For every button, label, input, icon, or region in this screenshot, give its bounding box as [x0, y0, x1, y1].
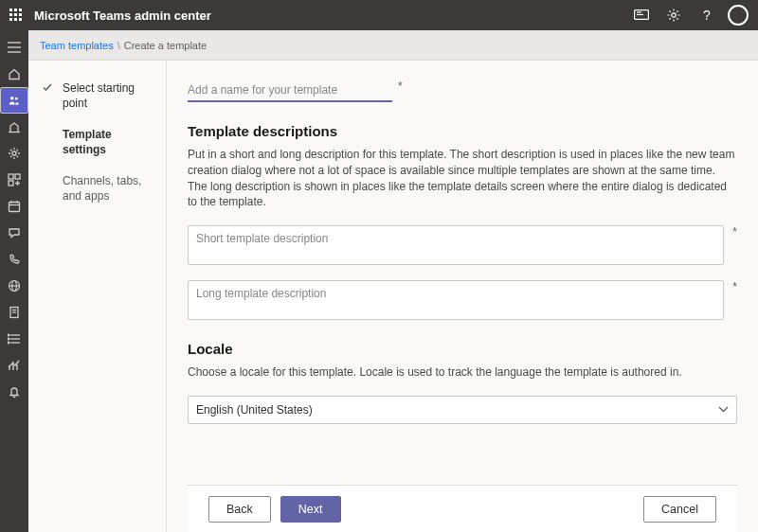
nav-globe-icon[interactable] [0, 273, 28, 299]
locale-help: Choose a locale for this template. Local… [188, 364, 737, 381]
short-description-input[interactable] [188, 225, 724, 265]
avatar[interactable] [728, 5, 749, 26]
nav-list-icon[interactable] [0, 326, 28, 352]
nav-policy-icon[interactable] [0, 299, 28, 326]
breadcrumb: Team templates \ Create a template [28, 30, 758, 61]
svg-rect-1 [14, 9, 17, 11]
descriptions-heading: Template descriptions [188, 123, 737, 139]
nav-analytics-icon[interactable] [0, 352, 28, 379]
back-button[interactable]: Back [208, 496, 271, 523]
svg-point-37 [8, 334, 9, 336]
chevron-down-icon [718, 406, 729, 413]
form-panel: * Template descriptions Put in a short a… [167, 61, 758, 532]
svg-point-20 [12, 151, 16, 155]
locale-heading: Locale [188, 341, 737, 357]
nav-voice-icon[interactable] [0, 246, 28, 273]
svg-rect-21 [9, 174, 13, 179]
required-marker: * [728, 280, 737, 293]
nav-menu-icon[interactable] [0, 34, 28, 61]
nav-apps-icon[interactable] [0, 167, 28, 193]
svg-point-18 [15, 98, 18, 100]
step-channels-tabs-apps[interactable]: Channels, tabs, and apps [42, 174, 153, 204]
svg-point-39 [8, 342, 9, 344]
step-template-settings[interactable]: Template settings [42, 128, 153, 157]
required-marker: * [398, 80, 403, 93]
long-description-input[interactable] [188, 280, 724, 320]
wizard-steps: Select starting point Template settings … [28, 61, 167, 532]
help-icon[interactable]: ? [695, 5, 716, 26]
svg-rect-22 [15, 174, 20, 179]
top-bar: Microsoft Teams admin center ? [0, 0, 758, 30]
svg-rect-6 [9, 18, 12, 21]
svg-rect-8 [19, 18, 22, 21]
svg-rect-4 [14, 13, 17, 16]
nav-locations-icon[interactable] [0, 140, 28, 167]
svg-rect-0 [9, 9, 12, 11]
screen-icon[interactable] [631, 5, 652, 26]
app-launcher-icon[interactable] [6, 5, 27, 26]
nav-messaging-icon[interactable] [0, 220, 28, 246]
svg-point-12 [672, 13, 676, 17]
nav-devices-icon[interactable] [0, 114, 28, 140]
nav-meetings-icon[interactable] [0, 193, 28, 220]
svg-point-17 [10, 97, 14, 100]
svg-point-38 [8, 338, 9, 340]
footer-bar: Back Next Cancel [188, 485, 737, 532]
breadcrumb-current: Create a template [124, 40, 207, 51]
checkmark-icon [42, 81, 55, 93]
step-starting-point[interactable]: Select starting point [42, 81, 153, 111]
svg-text:?: ? [703, 8, 711, 23]
svg-rect-7 [14, 18, 17, 21]
svg-rect-24 [9, 203, 20, 212]
descriptions-help: Put in a short and long description for … [188, 147, 737, 210]
required-marker: * [728, 225, 737, 239]
template-name-input[interactable] [188, 80, 392, 102]
svg-rect-23 [9, 181, 13, 186]
svg-rect-2 [19, 9, 22, 11]
svg-rect-5 [19, 13, 22, 16]
nav-home-icon[interactable] [0, 61, 28, 87]
svg-rect-3 [9, 13, 12, 16]
cancel-button[interactable]: Cancel [643, 496, 716, 523]
nav-teams-icon[interactable] [0, 87, 28, 114]
nav-bell-icon[interactable] [0, 379, 28, 405]
next-button[interactable]: Next [280, 496, 341, 523]
app-title: Microsoft Teams admin center [34, 9, 631, 23]
locale-selected-value: English (United States) [196, 403, 313, 417]
left-nav [0, 30, 28, 532]
locale-select[interactable]: English (United States) [188, 396, 737, 424]
breadcrumb-root-link[interactable]: Team templates [40, 40, 114, 51]
gear-icon[interactable] [663, 5, 684, 26]
